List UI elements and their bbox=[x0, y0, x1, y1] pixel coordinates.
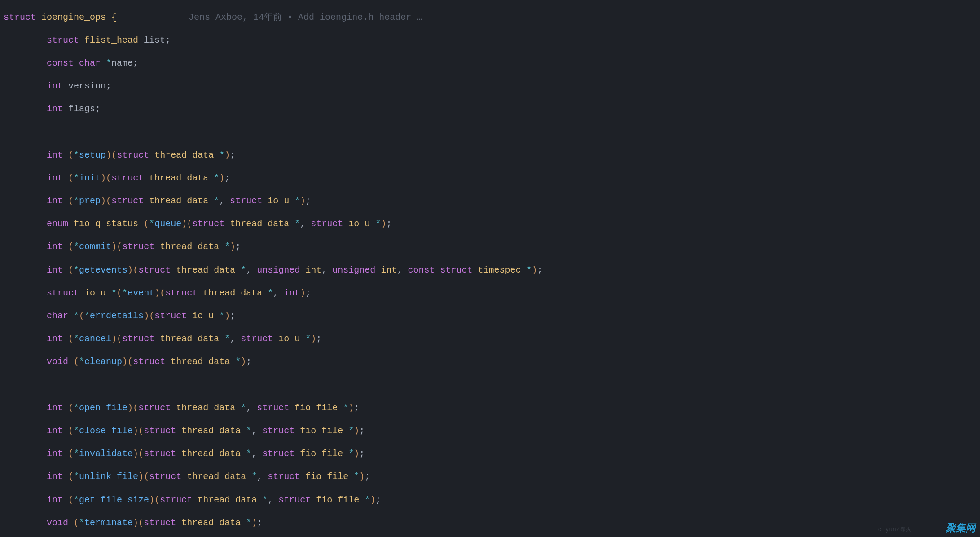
watermark-logo: 聚集网 bbox=[946, 522, 976, 534]
git-blame-annotation: Jens Axboe, 14年前 • Add ioengine.h header… bbox=[189, 12, 422, 23]
code-line: int (*getevents)(struct thread_data *, u… bbox=[4, 264, 976, 276]
code-editor[interactable]: struct ioengine_ops {Jens Axboe, 14年前 • … bbox=[0, 0, 980, 537]
code-line: int (*invalidate)(struct thread_data *, … bbox=[4, 448, 976, 460]
code-line: struct flist_head list; bbox=[4, 35, 976, 46]
code-line: void (*cleanup)(struct thread_data *); bbox=[4, 356, 976, 368]
code-line: int flags; bbox=[4, 103, 976, 115]
code-line: int (*get_file_size)(struct thread_data … bbox=[4, 494, 976, 506]
code-line: int (*prep)(struct thread_data *, struct… bbox=[4, 195, 976, 207]
code-line: int (*cancel)(struct thread_data *, stru… bbox=[4, 333, 976, 345]
code-line: struct ioengine_ops {Jens Axboe, 14年前 • … bbox=[4, 12, 976, 23]
blank-line bbox=[4, 127, 976, 138]
code-line: int (*commit)(struct thread_data *); bbox=[4, 241, 976, 253]
watermark-text: ctyun/靠火 bbox=[878, 527, 912, 533]
code-line: struct io_u *(*event)(struct thread_data… bbox=[4, 287, 976, 299]
code-line: int (*setup)(struct thread_data *); bbox=[4, 150, 976, 161]
code-line: int (*init)(struct thread_data *); bbox=[4, 172, 976, 184]
code-line: int version; bbox=[4, 80, 976, 92]
code-line: int (*unlink_file)(struct thread_data *,… bbox=[4, 471, 976, 483]
code-line: int (*close_file)(struct thread_data *, … bbox=[4, 425, 976, 437]
code-line: void (*terminate)(struct thread_data *); bbox=[4, 517, 976, 529]
code-line: int (*open_file)(struct thread_data *, s… bbox=[4, 402, 976, 414]
code-line: const char *name; bbox=[4, 57, 976, 69]
code-line: char *(*errdetails)(struct io_u *); bbox=[4, 310, 976, 322]
blank-line bbox=[4, 379, 976, 391]
code-line: enum fio_q_status (*queue)(struct thread… bbox=[4, 218, 976, 230]
